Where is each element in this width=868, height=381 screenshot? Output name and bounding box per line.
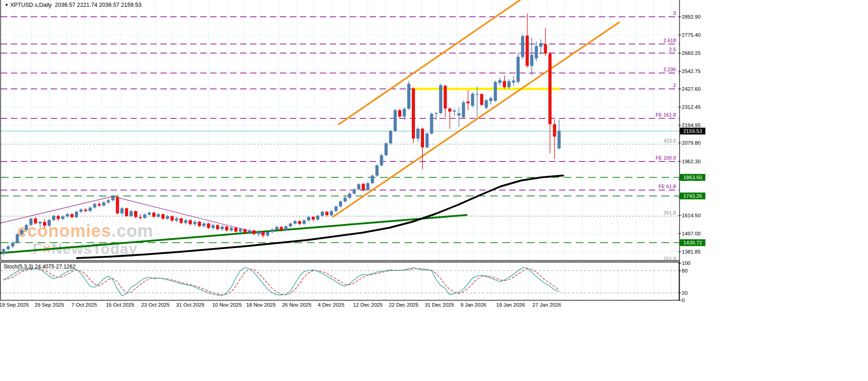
candle-body-up — [489, 98, 492, 101]
date-tick-label: 22 Dec 2025 — [389, 302, 418, 308]
candle-body-down — [553, 124, 556, 137]
candle-body-down — [261, 232, 265, 236]
date-tick-label: 27 Jan 2026 — [532, 302, 561, 308]
candle-body-down — [179, 218, 183, 223]
candle-body-down — [225, 226, 228, 230]
candle-body-up — [385, 143, 388, 155]
candle-body-down — [139, 217, 142, 218]
candle-body-up — [357, 184, 360, 189]
date-tick-label: 10 Nov 2025 — [212, 302, 241, 308]
fib-label-fe-100-0: FE 100.0 — [622, 155, 676, 161]
candle-body-up — [376, 166, 379, 176]
candle-body-down — [503, 81, 506, 88]
candle-body-down — [526, 35, 529, 66]
candle-body-down — [170, 216, 174, 220]
candle-body-down — [189, 220, 192, 224]
candle-body-up — [11, 243, 14, 246]
candle-body-up — [79, 210, 82, 212]
candle-body-up — [507, 81, 511, 87]
date-tick-label: 15 Oct 2025 — [106, 302, 135, 308]
candle-body-down — [198, 222, 201, 226]
candle-body-up — [430, 114, 433, 134]
black-moving-average — [77, 176, 563, 258]
candle-body-down — [549, 54, 552, 124]
stoch-panel-border — [0, 262, 679, 300]
chart-canvas[interactable] — [0, 0, 868, 318]
candle-body-up — [66, 214, 69, 216]
candle-body-up — [416, 129, 420, 139]
candle-body-up — [330, 211, 333, 215]
candle-body-up — [394, 110, 397, 131]
candle-body-up — [111, 197, 115, 200]
candle-body-up — [193, 222, 197, 224]
date-tick-label: 31 Oct 2025 — [176, 302, 205, 308]
stoch-name: Stoch(5,3,3) — [4, 264, 33, 270]
candle-body-up — [248, 230, 251, 233]
date-tick-label: 7 Oct 2025 — [72, 302, 97, 308]
candle-body-up — [221, 226, 224, 229]
candle-body-up — [307, 217, 310, 220]
candle-body-down — [207, 224, 210, 228]
candle-body-up — [539, 43, 542, 47]
candle-body-down — [544, 44, 547, 54]
candle-body-up — [275, 227, 279, 229]
candle-body-up — [453, 111, 456, 112]
orange-channel-upper — [339, 0, 520, 124]
price-marker-level: 1863.50 — [680, 174, 705, 181]
candle-body-up — [107, 200, 110, 202]
candle-body-up — [143, 215, 146, 218]
date-tick-label: 19 Jan 2026 — [496, 302, 525, 308]
date-tick-label: 9 Jan 2026 — [461, 302, 487, 308]
candle-body-up — [230, 228, 233, 230]
candle-body-up — [498, 80, 502, 83]
candle-body-down — [43, 222, 46, 226]
date-tick-label: 23 Oct 2025 — [141, 302, 170, 308]
date-tick-label: 31 Dec 2025 — [424, 302, 454, 308]
candle-body-up — [371, 176, 374, 183]
candle-body-up — [52, 216, 55, 220]
fib-label-2-5: 2.5 — [622, 47, 676, 52]
candle-body-up — [334, 206, 338, 211]
candle-body-up — [339, 201, 342, 206]
price-axis-label: 1497.00 — [682, 231, 701, 236]
candle-body-up — [458, 113, 461, 116]
candle-body-up — [39, 222, 42, 223]
candle-body-down — [467, 102, 470, 103]
candle-body-up — [512, 81, 515, 83]
fib-label-2: 2 — [622, 83, 676, 88]
trading-chart-window: economies.com F×NewsToday ▼ XPTUSD.s,Dai… — [0, 0, 868, 381]
candle-body-down — [161, 214, 164, 219]
candle-body-up — [75, 212, 78, 217]
candle-body-up — [516, 57, 520, 82]
candle-body-down — [444, 86, 447, 108]
price-marker-level: 1439.72 — [680, 239, 705, 246]
candle-body-up — [289, 224, 292, 226]
candle-body-down — [125, 208, 128, 216]
price-axis-label: 2775.40 — [682, 32, 701, 38]
candle-body-down — [448, 108, 451, 112]
candle-body-down — [134, 211, 137, 217]
candle-body-up — [462, 103, 465, 117]
candle-body-up — [20, 230, 24, 234]
candle-body-up — [285, 226, 288, 230]
candle-body-down — [216, 225, 219, 229]
candle-body-up — [93, 204, 96, 208]
date-tick-label: 26 Nov 2025 — [282, 302, 311, 308]
candle-body-down — [70, 214, 73, 217]
date-tick-label: 19 Sep 2025 — [0, 302, 29, 308]
fib-label-161-8: 161.8 — [622, 256, 676, 261]
candle-body-up — [380, 155, 383, 166]
ohlc-values: 2036.57 2221.74 2036.57 2159.53 — [55, 2, 141, 8]
candle-body-down — [412, 88, 415, 138]
candle-body-up — [16, 234, 19, 243]
fib-label-3: 3 — [622, 10, 676, 16]
fib-label-261-8: 261.8 — [622, 210, 676, 215]
candle-body-down — [116, 197, 119, 213]
candle-body-down — [84, 210, 87, 211]
triangle-upper-line — [0, 196, 113, 223]
date-tick-label: 18 Nov 2025 — [246, 302, 275, 308]
candle-body-up — [7, 246, 10, 249]
candle-body-up — [494, 82, 497, 101]
candle-body-up — [343, 198, 347, 201]
candle-body-down — [57, 216, 60, 219]
